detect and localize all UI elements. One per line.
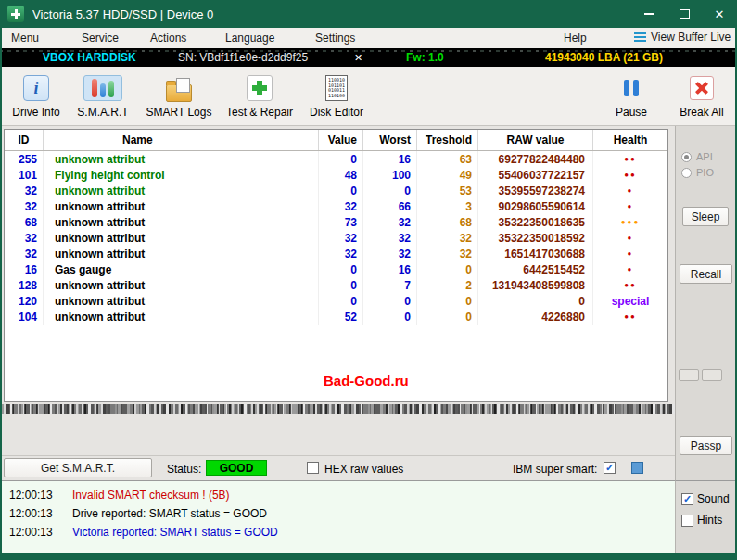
log-entry: 12:00:13 Invalid SMART checksum ! (5B) — [9, 489, 230, 502]
smart-logs-button[interactable]: SMART Logs — [145, 72, 213, 119]
cell-value: 48 — [319, 167, 363, 183]
col-treshold: Treshold — [417, 130, 478, 150]
col-name: Name — [44, 130, 319, 150]
window-title: Victoria 5.37 HDD/SSD | Device 0 — [32, 7, 213, 21]
sound-label: Sound — [697, 492, 730, 505]
app-icon — [7, 6, 24, 22]
drive-model: VBOX HARDDISK — [43, 51, 136, 64]
watermark: Bad-Good.ru — [324, 373, 409, 388]
cell-health: ●● — [593, 167, 667, 183]
cell-raw-value: 1651417030688 — [478, 246, 593, 261]
api-radio — [681, 152, 692, 162]
table-header: ID Name Value Worst Treshold RAW value H… — [5, 130, 667, 151]
menu-item-language[interactable]: Language — [225, 32, 274, 45]
window-border-left — [0, 0, 2, 560]
pause-button[interactable]: Pause — [607, 72, 655, 119]
drive-firmware: Fw: 1.0 — [406, 51, 444, 64]
log-time: 12:00:13 — [9, 507, 72, 520]
sound-checkbox-row[interactable]: ✓ Sound — [681, 492, 730, 505]
cell-name: unknown attribut — [44, 246, 319, 261]
cell-treshold: 53 — [417, 183, 478, 198]
noise-artifact-top — [0, 50, 737, 52]
smart-row[interactable]: 101 Flying height control 48 100 49 5540… — [5, 167, 667, 183]
close-button[interactable]: ✕ — [702, 0, 737, 28]
serial-close-icon[interactable]: ✕ — [354, 52, 362, 64]
smart-row[interactable]: 255 unknown attribut 0 16 63 69277822484… — [5, 151, 667, 167]
view-buffer-live-toggle[interactable]: View Buffer Live — [634, 31, 731, 44]
cell-id: 68 — [5, 214, 44, 230]
cell-name: unknown attribut — [44, 183, 319, 198]
break-all-button[interactable]: Break All — [672, 72, 731, 119]
app-window: Victoria 5.37 HDD/SSD | Device 0 ✕ Menu … — [0, 0, 737, 560]
menu-item-actions[interactable]: Actions — [150, 32, 186, 45]
disk-editor-button[interactable]: Disk Editor — [304, 72, 369, 119]
test-repair-button[interactable]: Test & Repair — [221, 72, 299, 119]
cell-name: unknown attribut — [44, 230, 319, 246]
cell-raw-value: 55406037722157 — [478, 167, 593, 183]
smart-row[interactable]: 32 unknown attribut 32 32 32 16514170306… — [5, 246, 667, 261]
cell-raw-value: 4226880 — [478, 309, 593, 325]
recall-button[interactable]: Recall — [680, 264, 732, 284]
menu-item-help[interactable]: Help — [564, 32, 587, 45]
cell-worst: 0 — [363, 293, 417, 309]
get-smart-button[interactable]: Get S.M.A.R.T. — [4, 458, 152, 477]
col-id: ID — [5, 130, 44, 150]
red-x-icon — [690, 76, 714, 100]
cell-worst: 32 — [363, 214, 417, 230]
cell-health: ●● — [593, 309, 667, 325]
cell-treshold: 0 — [417, 309, 478, 325]
col-value: Value — [319, 130, 363, 150]
cell-health: ● — [593, 246, 667, 261]
smart-row[interactable]: 32 unknown attribut 0 0 53 3539559723827… — [5, 183, 667, 198]
drive-info-button[interactable]: Drive Info — [7, 72, 65, 119]
hints-label: Hints — [697, 514, 722, 527]
smart-row[interactable]: 104 unknown attribut 52 0 0 4226880 ●● — [5, 309, 667, 325]
menu-item-settings[interactable]: Settings — [315, 32, 355, 45]
menubar: Menu Service Actions Language Settings H… — [0, 28, 737, 48]
cell-worst: 16 — [363, 151, 417, 167]
cell-id: 32 — [5, 183, 44, 198]
smart-row[interactable]: 32 unknown attribut 32 66 3 902986055906… — [5, 198, 667, 214]
cell-id: 32 — [5, 246, 44, 261]
drive-serial: SN: VBdf1f1e0e-d2dd9f25 — [178, 51, 308, 64]
passp-button[interactable]: Passp — [680, 436, 732, 455]
pio-radio-label: PIO — [696, 167, 714, 178]
cell-name: unknown attribut — [44, 214, 319, 230]
smart-row[interactable]: 120 unknown attribut 0 0 0 0 special — [5, 293, 667, 309]
log-entry: 12:00:13 Drive reported: SMART status = … — [9, 507, 267, 520]
maximize-button[interactable] — [667, 0, 702, 28]
smart-button-active[interactable]: S.M.A.R.T — [70, 72, 135, 119]
hex-raw-values-label[interactable]: HEX raw values — [324, 463, 403, 476]
log-time: 12:00:13 — [9, 489, 72, 502]
cell-worst: 16 — [363, 261, 417, 277]
menu-item-menu[interactable]: Menu — [11, 32, 39, 45]
cell-treshold: 32 — [417, 246, 478, 261]
cell-raw-value: 0 — [478, 293, 593, 309]
cell-worst: 100 — [363, 167, 417, 183]
smart-row[interactable]: 16 Gas gauge 0 16 0 6442515452 ● — [5, 261, 667, 277]
ibm-super-smart-checkbox[interactable]: ✓ — [604, 462, 616, 474]
sound-checkbox[interactable]: ✓ — [681, 493, 693, 505]
titlebar: Victoria 5.37 HDD/SSD | Device 0 ✕ — [0, 0, 737, 28]
cell-treshold: 32 — [417, 230, 478, 246]
ibm-super-smart-label: IBM super smart: — [513, 463, 597, 476]
log-message: Invalid SMART checksum ! (5B) — [72, 489, 230, 502]
folder-icon — [166, 84, 192, 102]
cell-health: ● — [593, 183, 667, 198]
smart-row[interactable]: 32 unknown attribut 32 32 32 35322350018… — [5, 230, 667, 246]
api-radio-row: API — [681, 151, 713, 162]
mini-button-right — [702, 369, 722, 381]
hints-checkbox-row[interactable]: Hints — [681, 514, 722, 527]
smart-row[interactable]: 128 unknown attribut 0 7 2 1319434085998… — [5, 277, 667, 293]
minimize-button[interactable] — [631, 0, 667, 28]
sleep-button[interactable]: Sleep — [682, 207, 729, 226]
col-health: Health — [593, 130, 667, 150]
smart-row[interactable]: 68 unknown attribut 73 32 68 35322350018… — [5, 214, 667, 230]
menu-item-service[interactable]: Service — [82, 32, 119, 45]
hex-raw-values-checkbox[interactable] — [307, 462, 319, 474]
blue-swatch-box[interactable] — [631, 462, 643, 474]
hints-checkbox[interactable] — [681, 515, 693, 527]
cell-treshold: 3 — [417, 198, 478, 214]
info-icon — [23, 75, 49, 101]
binary-document-icon — [325, 75, 348, 101]
